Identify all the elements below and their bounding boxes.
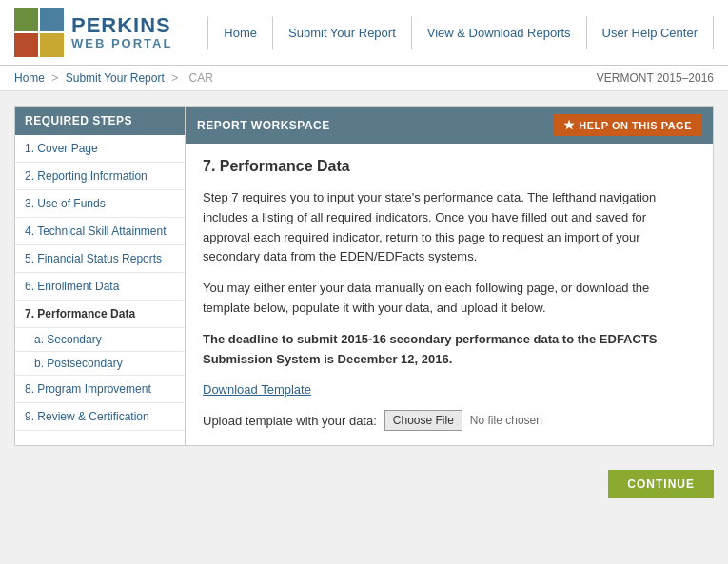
content-area: REPORT WORKSPACE ★ HELP ON THIS PAGE 7. … bbox=[186, 106, 714, 446]
breadcrumb: Home > Submit Your Report > CAR bbox=[14, 71, 217, 85]
sidebar-item-performance-data[interactable]: 7. Performance Data bbox=[15, 301, 185, 328]
logo-squares bbox=[14, 8, 64, 57]
sidebar-item-financial-status[interactable]: 5. Financial Status Reports bbox=[15, 245, 185, 273]
breadcrumb-sep2: > bbox=[171, 71, 178, 85]
breadcrumb-bar: Home > Submit Your Report > CAR VERMONT … bbox=[0, 66, 728, 91]
nav-home[interactable]: Home bbox=[208, 16, 273, 49]
content-title: 7. Performance Data bbox=[203, 158, 696, 175]
sidebar-item-cover-page[interactable]: 1. Cover Page bbox=[15, 135, 185, 163]
workspace-header-label: REPORT WORKSPACE bbox=[197, 119, 330, 132]
help-button-label: HELP ON THIS PAGE bbox=[579, 120, 692, 131]
content-alt: You may either enter your data manually … bbox=[203, 279, 696, 319]
sidebar-item-use-of-funds[interactable]: 3. Use of Funds bbox=[15, 190, 185, 218]
sidebar-item-postsecondary[interactable]: b. Postsecondary bbox=[15, 352, 185, 376]
logo-area: PERKINS WEB PORTAL bbox=[14, 8, 172, 57]
nav-view[interactable]: View & Download Reports bbox=[412, 16, 587, 49]
upload-label: Upload template with your data: bbox=[203, 414, 377, 428]
sidebar-item-technical-skill[interactable]: 4. Technical Skill Attainment bbox=[15, 218, 185, 245]
upload-row: Upload template with your data: Choose F… bbox=[203, 410, 696, 431]
footer-area: CONTINUE bbox=[0, 460, 728, 508]
content-body: 7. Performance Data Step 7 requires you … bbox=[186, 144, 713, 445]
download-template-link[interactable]: Download Template bbox=[203, 382, 696, 397]
sidebar-header: REQUIRED STEPS bbox=[15, 107, 185, 135]
logo-text: PERKINS WEB PORTAL bbox=[71, 14, 172, 50]
continue-button[interactable]: CONTINUE bbox=[608, 470, 714, 498]
content-header: REPORT WORKSPACE ★ HELP ON THIS PAGE bbox=[186, 107, 713, 144]
logo-sq-blue bbox=[40, 8, 64, 31]
breadcrumb-submit[interactable]: Submit Your Report bbox=[66, 71, 165, 85]
header: PERKINS WEB PORTAL Home Submit Your Repo… bbox=[0, 0, 728, 66]
nav-submit[interactable]: Submit Your Report bbox=[273, 16, 412, 49]
main-layout: REQUIRED STEPS 1. Cover Page 2. Reportin… bbox=[0, 91, 728, 460]
no-file-text: No file chosen bbox=[470, 414, 542, 427]
logo-sq-red bbox=[14, 33, 38, 57]
content-desc: Step 7 requires you to input your state'… bbox=[203, 188, 696, 267]
choose-file-button[interactable]: Choose File bbox=[384, 410, 462, 431]
breadcrumb-current: CAR bbox=[188, 71, 212, 85]
breadcrumb-sep1: > bbox=[51, 71, 58, 85]
top-nav: Home Submit Your Report View & Download … bbox=[207, 16, 714, 49]
sidebar-item-review-cert[interactable]: 9. Review & Certification bbox=[15, 403, 185, 431]
state-year: VERMONT 2015–2016 bbox=[597, 71, 714, 85]
sidebar: REQUIRED STEPS 1. Cover Page 2. Reportin… bbox=[14, 106, 186, 446]
logo-title: PERKINS bbox=[71, 14, 172, 37]
breadcrumb-home[interactable]: Home bbox=[14, 71, 45, 85]
content-deadline: The deadline to submit 2015-16 secondary… bbox=[203, 330, 696, 370]
sidebar-item-enrollment-data[interactable]: 6. Enrollment Data bbox=[15, 273, 185, 301]
sidebar-nav: 1. Cover Page 2. Reporting Information 3… bbox=[15, 135, 185, 431]
sidebar-item-secondary[interactable]: a. Secondary bbox=[15, 328, 185, 352]
content-deadline-text: The deadline to submit 2015-16 secondary… bbox=[203, 332, 658, 366]
logo-subtitle: WEB PORTAL bbox=[71, 37, 172, 50]
help-on-this-page-button[interactable]: ★ HELP ON THIS PAGE bbox=[554, 114, 701, 136]
sidebar-item-program-improvement[interactable]: 8. Program Improvement bbox=[15, 376, 185, 403]
logo-sq-yellow bbox=[40, 33, 64, 57]
logo-sq-green bbox=[14, 8, 38, 31]
star-icon: ★ bbox=[563, 118, 576, 132]
nav-help[interactable]: User Help Center bbox=[587, 16, 714, 49]
sidebar-item-reporting-info[interactable]: 2. Reporting Information bbox=[15, 163, 185, 190]
